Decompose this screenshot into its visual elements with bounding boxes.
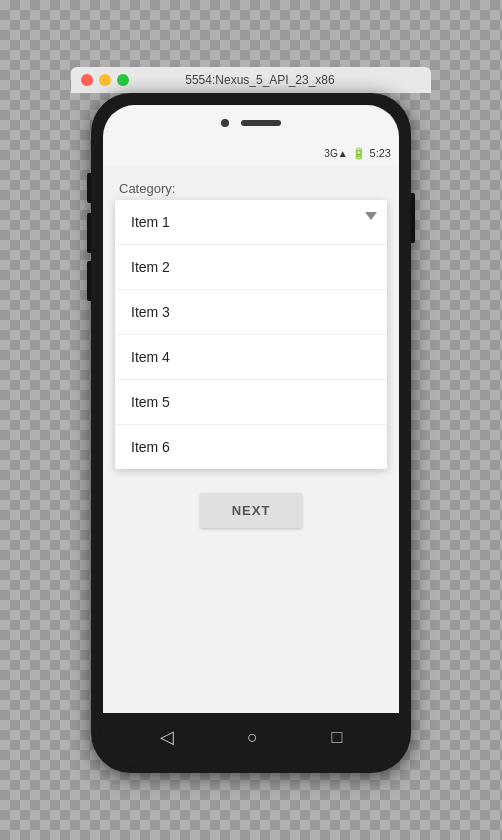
window-title: 5554:Nexus_5_API_23_x86 <box>135 73 385 87</box>
recents-button[interactable]: □ <box>331 727 342 748</box>
home-button[interactable]: ○ <box>247 727 258 748</box>
front-camera <box>221 119 229 127</box>
list-item[interactable]: Item 1 <box>115 200 387 245</box>
screen-content: Category: Item 1 Item 2 Item 3 Item 4 It… <box>103 165 399 713</box>
phone-device: 3G▲ 🔋 5:23 Category: Item 1 Item 2 Item … <box>91 93 411 773</box>
window-wrapper: 5554:Nexus_5_API_23_x86 3G▲ 🔋 5:23 Categ… <box>71 67 431 773</box>
title-bar: 5554:Nexus_5_API_23_x86 <box>71 67 431 93</box>
list-item[interactable]: Item 4 <box>115 335 387 380</box>
earpiece-speaker <box>241 120 281 126</box>
list-item[interactable]: Item 6 <box>115 425 387 469</box>
phone-top-bar <box>103 105 399 141</box>
back-button[interactable]: ◁ <box>160 726 174 748</box>
list-item[interactable]: Item 5 <box>115 380 387 425</box>
list-item[interactable]: Item 2 <box>115 245 387 290</box>
navigation-bar: ◁ ○ □ <box>103 713 399 761</box>
volume-down-button[interactable] <box>87 213 91 253</box>
silent-button[interactable] <box>87 261 91 301</box>
minimize-button[interactable] <box>99 74 111 86</box>
battery-icon: 🔋 <box>352 147 366 160</box>
network-indicator: 3G▲ <box>324 148 347 159</box>
category-label: Category: <box>119 181 175 196</box>
volume-up-button[interactable] <box>87 173 91 203</box>
status-bar: 3G▲ 🔋 5:23 <box>103 141 399 165</box>
time-display: 5:23 <box>370 147 391 159</box>
next-button[interactable]: NEXT <box>200 493 303 528</box>
maximize-button[interactable] <box>117 74 129 86</box>
dropdown-arrow-icon <box>365 212 377 220</box>
phone-screen: 3G▲ 🔋 5:23 Category: Item 1 Item 2 Item … <box>103 105 399 761</box>
power-button[interactable] <box>411 193 415 243</box>
dropdown-list[interactable]: Item 1 Item 2 Item 3 Item 4 Item 5 Item … <box>115 200 387 469</box>
list-item[interactable]: Item 3 <box>115 290 387 335</box>
close-button[interactable] <box>81 74 93 86</box>
